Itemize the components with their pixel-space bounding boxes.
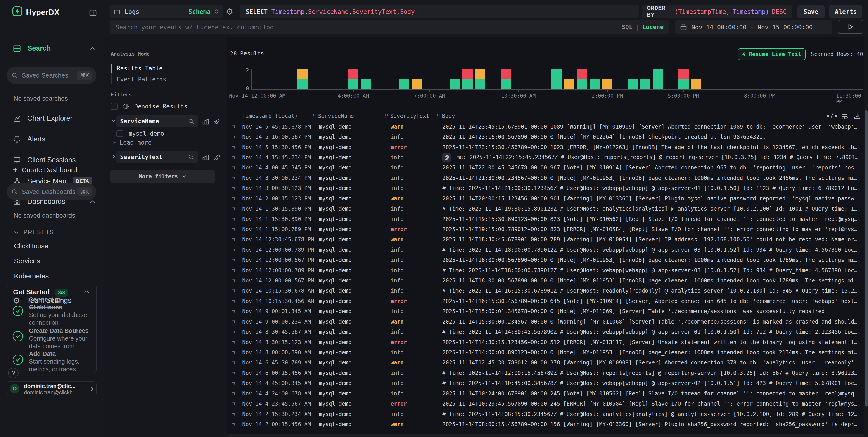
histogram-bar-info[interactable]: [640, 79, 650, 89]
histogram-bar-warn[interactable]: [298, 69, 308, 79]
table-row[interactable]: Nov 14 9:00:01.345 AMmysql-demoinfo2025-…: [227, 306, 864, 316]
expand-row-chevron-icon[interactable]: [232, 187, 235, 190]
vertical-scrollbar-thumb[interactable]: [865, 110, 868, 407]
histogram-bar-info[interactable]: [399, 79, 409, 89]
table-row[interactable]: Nov 14 9:00:00.234 AMmysql-demowarn2025-…: [227, 316, 864, 327]
table-row[interactable]: Nov 14 8:30:45.567 AMmysql-demoinfo# Tim…: [227, 327, 864, 337]
table-row[interactable]: Nov 14 4:15:45.234 PMmysql-demoinfoime: …: [227, 152, 864, 163]
table-row[interactable]: Nov 14 2:00:15.123 PMmysql-demowarn2025-…: [227, 194, 864, 204]
drag-handle-icon[interactable]: ⠿: [313, 113, 316, 119]
save-button[interactable]: Save: [798, 5, 825, 18]
filter-group-severitytext[interactable]: SeverityText: [117, 151, 198, 163]
table-row[interactable]: Nov 14 12:00:00.567 PMmysql-demoinfo2025…: [227, 275, 864, 285]
expand-row-chevron-icon[interactable]: [232, 382, 235, 384]
order-by-editor[interactable]: ORDER BY (TimestampTime, Timestamp) DESC: [642, 5, 792, 18]
histogram-bar-info[interactable]: [361, 79, 371, 89]
pin-icon[interactable]: [213, 117, 221, 125]
table-row[interactable]: Nov 14 6:00:15.456 AMmysql-demoinfo# Tim…: [227, 368, 864, 378]
column-header-body[interactable]: ⠿Body: [436, 113, 455, 119]
denoise-results-row[interactable]: Denoise Results: [111, 103, 187, 110]
histogram-bar-info[interactable]: [679, 79, 689, 89]
expand-row-chevron-icon[interactable]: [232, 300, 235, 302]
column-header-servicename[interactable]: ⠿ServiceName: [313, 113, 354, 119]
histogram-bar-info[interactable]: [551, 69, 562, 89]
expand-row-chevron-icon[interactable]: [232, 321, 235, 323]
language-toggle-sql[interactable]: SQL: [622, 24, 632, 31]
expand-row-chevron-icon[interactable]: [232, 177, 235, 179]
table-row[interactable]: Nov 14 3:00:30.123 PMmysql-demoinfo# Tim…: [227, 183, 864, 194]
table-row[interactable]: Nov 14 4:24:00.678 AMmysql-demoinfo2025-…: [227, 389, 864, 399]
table-row[interactable]: Nov 14 12:00:00.789 PMmysql-demoinfo# Ti…: [227, 245, 864, 255]
table-row[interactable]: Nov 14 4:23:45.567 AMmysql-demoerror2025…: [227, 399, 864, 409]
horizontal-scrollbar[interactable]: [227, 434, 864, 437]
expand-row-chevron-icon[interactable]: [232, 362, 235, 364]
expand-row-chevron-icon[interactable]: [232, 197, 235, 200]
bar-chart-icon[interactable]: [202, 154, 209, 161]
histogram-bar-info[interactable]: [577, 79, 587, 89]
table-row[interactable]: Nov 14 4:45:00.345 AMmysql-demoinfo# Tim…: [227, 378, 864, 389]
histogram-bar-warn[interactable]: [602, 79, 613, 89]
table-row[interactable]: Nov 14 1:15:00.789 PMmysql-demoerror2025…: [227, 224, 864, 234]
table-row[interactable]: Nov 14 8:30:15.123 AMmysql-demoerror2025…: [227, 337, 864, 347]
code-view-icon[interactable]: </>: [827, 112, 837, 119]
histogram-bar-info[interactable]: [475, 79, 485, 89]
histogram-bar-error[interactable]: [577, 69, 587, 79]
expand-row-chevron-icon[interactable]: [232, 208, 235, 210]
table-row[interactable]: Nov 14 6:45:30.789 AMmysql-demowarn2025-…: [227, 358, 864, 368]
expand-row-chevron-icon[interactable]: [232, 403, 235, 405]
bar-chart-icon[interactable]: [202, 118, 209, 125]
expand-row-chevron-icon[interactable]: [232, 392, 235, 395]
expand-row-chevron-icon[interactable]: [232, 290, 235, 292]
search-input[interactable]: Search your events w/ Lucene ex. column:…: [110, 20, 670, 34]
expand-row-chevron-icon[interactable]: [232, 341, 235, 343]
wrap-lines-icon[interactable]: [841, 112, 848, 120]
filter-group-servicename[interactable]: ServiceName: [117, 115, 198, 127]
denoise-checkbox[interactable]: [111, 103, 118, 110]
histogram-bar-info[interactable]: [590, 79, 600, 89]
table-row[interactable]: Nov 14 2:15:30.234 AMmysql-demoinfo# Tim…: [227, 409, 864, 419]
copy-icon[interactable]: [442, 153, 451, 162]
histogram-bar-info[interactable]: [653, 69, 663, 89]
more-filters-button[interactable]: More filters: [111, 170, 215, 183]
histogram-bar-warn[interactable]: [691, 79, 701, 89]
table-row[interactable]: Nov 14 5:16:00.567 PMmysql-demoinfo2025-…: [227, 132, 864, 142]
table-row[interactable]: Nov 14 12:00:00.567 PMmysql-demoinfo2025…: [227, 255, 864, 265]
expand-row-chevron-icon[interactable]: [232, 228, 235, 231]
create-dashboard-button[interactable]: + Create Dashboard: [13, 166, 77, 174]
table-row[interactable]: Nov 14 5:45:15.678 PMmysql-demowarn2025-…: [227, 122, 864, 132]
expand-row-chevron-icon[interactable]: [232, 331, 235, 333]
saved-searches-input[interactable]: Saved Searches ⌘K: [7, 67, 96, 84]
expand-row-chevron-icon[interactable]: [232, 238, 235, 241]
table-row[interactable]: Nov 14 1:30:15.890 PMmysql-demoinfo# Tim…: [227, 204, 864, 214]
expand-row-chevron-icon[interactable]: [232, 413, 235, 415]
download-icon[interactable]: [853, 112, 861, 120]
expand-row-chevron-icon[interactable]: [232, 248, 235, 251]
expand-row-chevron-icon[interactable]: [232, 125, 235, 128]
chevron-up-icon[interactable]: [90, 200, 95, 204]
expand-row-chevron-icon[interactable]: [232, 310, 235, 313]
column-header-timestamp[interactable]: Timestamp (Local): [242, 113, 298, 119]
table-row[interactable]: Nov 14 1:15:30.890 PMmysql-demoinfo2025-…: [227, 214, 864, 224]
histogram-bar-warn[interactable]: [564, 79, 574, 89]
help-button[interactable]: ?: [8, 368, 19, 378]
expand-row-chevron-icon[interactable]: [232, 269, 235, 272]
schema-link[interactable]: Schema: [188, 8, 211, 15]
histogram-bar-info[interactable]: [298, 79, 308, 89]
preset-kubernetes[interactable]: Kubernetes: [14, 272, 49, 280]
column-header-severitytext[interactable]: ⠿SeverityText: [385, 113, 430, 119]
chevron-right-icon[interactable]: [112, 154, 116, 159]
tab-results-table[interactable]: Results Table: [117, 65, 163, 72]
expand-row-chevron-icon[interactable]: [232, 136, 235, 138]
expand-row-chevron-icon[interactable]: [232, 156, 235, 159]
table-row[interactable]: Nov 14 4:00:45.345 PMmysql-demoinfo2025-…: [227, 163, 864, 173]
search-icon[interactable]: [188, 118, 194, 125]
sql-select-editor[interactable]: SELECT Timestamp,ServiceName,SeverityTex…: [240, 5, 639, 18]
saved-dashboards-input[interactable]: Saved Dashboards ⌘K: [7, 183, 96, 200]
sidebar-item-alerts[interactable]: Alerts: [13, 135, 45, 143]
histogram-bar-warn[interactable]: [412, 79, 422, 89]
presets-section-header[interactable]: PRESETS: [13, 229, 54, 236]
table-row[interactable]: Nov 14 10:15:30.456 AMmysql-demoerror202…: [227, 296, 864, 306]
sidebar-item-chart-explorer[interactable]: Chart Explorer: [13, 114, 72, 123]
expand-row-chevron-icon[interactable]: [232, 372, 235, 374]
source-settings-gear-icon[interactable]: ⚙: [226, 7, 234, 17]
